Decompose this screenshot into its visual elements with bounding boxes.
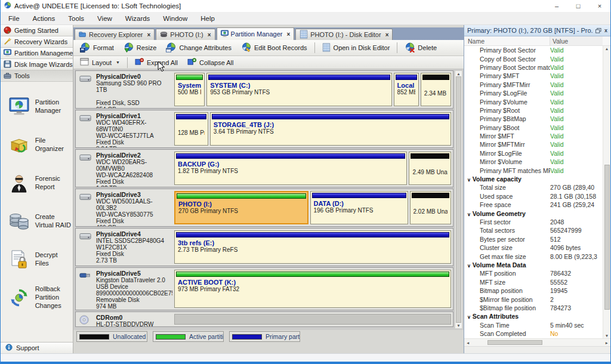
tab-photo-i-disk-editor[interactable]: PHOTO (I:) - Disk Editor× [295, 29, 393, 40]
menu-tools[interactable]: Tools [61, 12, 91, 24]
property-group-volume-capacity[interactable]: ∨Volume capacity [464, 175, 603, 183]
scroll-right-icon[interactable]: ► [605, 341, 609, 345]
properties-horizontal-scrollbar[interactable]: ◄ ► [464, 338, 610, 346]
partition-info: 2.34 MB Ur [421, 81, 450, 106]
blue-partition-bar [176, 153, 405, 159]
resize-button[interactable]: Resize [119, 41, 161, 55]
sidebar-item-support[interactable]: Support [1, 342, 73, 353]
partition-photo-i[interactable]: PHOTO (I:)270 GB Primary NTFS [174, 191, 308, 224]
partition-unallocated[interactable]: 128 MB Primar [174, 112, 208, 146]
partition-size-label: 128 MB Primar [178, 129, 205, 136]
partition-unallocated[interactable]: 2.34 MB Ur [421, 73, 451, 106]
scrollbar-thumb[interactable] [487, 340, 542, 345]
scroll-up-icon[interactable]: ▲ [605, 47, 609, 51]
partition-unallocated[interactable]: 2.49 MB Unallo [409, 152, 451, 185]
column-value[interactable]: Value [550, 36, 603, 45]
partition-system-c[interactable]: SYSTEM (C:)953 GB Primary NTFS [206, 73, 391, 106]
partition-3tb-refs-e[interactable]: 3tb refs (E:)2.73 TB Primary ReFS [174, 230, 451, 264]
category-label: Disk Image Wizards [14, 61, 73, 68]
property-row-primary-mftmirr: Primary $MFTMirrValid [464, 81, 603, 89]
drive-row-physicaldrive3[interactable]: PhysicalDrive3WDC WD5001AALS-00L3B2WD-WC… [75, 189, 453, 227]
sidebar-category-disk-image-wizards[interactable]: Disk Image Wizards [1, 59, 73, 70]
column-name[interactable]: Name [464, 36, 550, 45]
sidebar-item-create-virtual-raid[interactable]: Create Virtual RAID [1, 202, 73, 240]
drive-detail-line [96, 93, 170, 100]
drive-row-physicaldrive5[interactable]: PhysicalDrive5Kingston DataTraveler 2.0 … [75, 267, 453, 310]
expand-all-button[interactable]: Expand All [131, 57, 182, 68]
collapse-all-button[interactable]: Collapse All [183, 57, 237, 68]
black-partition-bar [422, 75, 449, 80]
properties-vertical-scrollbar[interactable]: ▲ ▼ [603, 46, 610, 338]
property-name: Primary Boot Sector matches a Copy [464, 64, 550, 71]
scroll-up-icon[interactable]: ▲ [456, 72, 460, 76]
maximize-button[interactable]: □ [567, 0, 589, 12]
float-panel-icon[interactable] [595, 28, 601, 33]
property-name: First sector [464, 218, 550, 226]
layout-button[interactable]: Layout ▼ [76, 57, 124, 68]
partition-backup-g[interactable]: BACKUP (G:)1.82 TB Primary NTFS [174, 152, 407, 185]
scroll-down-icon[interactable]: ▼ [456, 323, 460, 328]
partition-map: PHOTO (I:)270 GB Primary NTFSDATA (D:)19… [172, 189, 453, 226]
drive-row-cdrom0[interactable]: CDRom0HL-DT-STBDDVDRW CH12LS28 [75, 311, 453, 327]
property-value: 4096 bytes [550, 244, 603, 251]
partition-active-boot-k[interactable]: ACTIVE BOOT (K:)973 MB Primary FAT32 [174, 270, 451, 308]
partition-data-d[interactable]: DATA (D:)196 GB Primary NTFS [310, 191, 408, 224]
property-row-bitmap-file-position: $Bitmap file position784273 [464, 304, 603, 312]
edit-boot-records-button[interactable]: Edit Boot Records [237, 41, 311, 55]
button-label: Format [93, 44, 114, 51]
scroll-left-icon[interactable]: ◄ [466, 341, 470, 345]
property-group-volume-geometry[interactable]: ∨Volume Geometry [464, 209, 603, 217]
partition-storage-4tb-j[interactable]: STORAGE_4TB (J:)3.64 TB Primary NTFS [210, 112, 451, 146]
property-group-volume-meta-data[interactable]: ∨Volume Meta Data [464, 261, 603, 269]
menu-view[interactable]: View [91, 12, 119, 24]
delete-button[interactable]: Delete [400, 41, 441, 55]
scroll-down-icon[interactable]: ▼ [605, 334, 609, 338]
drive-row-physicaldrive1[interactable]: PhysicalDrive1WDC WD40EFRX-68WT0N0WD-WCC… [75, 110, 453, 148]
close-tab-icon[interactable]: × [286, 31, 290, 38]
sidebar-item-forensic-report[interactable]: Forensic Report [1, 164, 73, 202]
drive-row-physicaldrive4[interactable]: PhysicalDrive4INTEL SSDSC2BP480G4W1F2C81… [75, 228, 453, 266]
minimize-button[interactable]: – [546, 0, 567, 12]
sidebar-category-tools[interactable]: Tools [1, 70, 73, 82]
menu-file[interactable]: File [2, 12, 26, 24]
scrollbar-thumb[interactable] [456, 76, 461, 323]
menu-wizards[interactable]: Wizards [119, 12, 157, 24]
property-group-scan-attributes[interactable]: ∨Scan Attributes [464, 312, 603, 320]
drive-list-scrollbar[interactable]: ▲ ▼ [455, 70, 462, 329]
menu-help[interactable]: Help [194, 12, 221, 24]
blue-partition-bar [212, 114, 449, 119]
close-tab-icon[interactable]: × [385, 32, 389, 38]
sidebar-item-file-organizer[interactable]: File Organizer [1, 126, 73, 164]
sidebar-item-decrypt-files[interactable]: Decrypt Files [1, 240, 73, 279]
scrollbar-thumb[interactable] [604, 165, 610, 310]
drive-details: PhysicalDrive2WDC WD20EARS-00MVWB0WD-WCA… [96, 152, 170, 185]
close-tab-icon[interactable]: × [147, 32, 150, 38]
sidebar-category-partition-management[interactable]: Partition Management [1, 48, 73, 59]
sidebar-item-partition-manager[interactable]: Partition Manager [1, 88, 73, 126]
drive-list: PhysicalDrive0Samsung SSD 960 PRO 1TB Fi… [73, 69, 464, 330]
property-row-mft-size: MFT size55552 [464, 278, 603, 286]
partition-system-r[interactable]: System R500 MB Pri [174, 73, 205, 106]
close-tab-icon[interactable]: × [208, 32, 211, 38]
drive-detail-line: 954 GB [96, 106, 170, 108]
partition-local-disk[interactable]: Local Disk852 MB Pri [394, 73, 419, 106]
open-in-disk-editor-button[interactable]: Open in Disk Editor [318, 42, 394, 54]
sidebar-category-getting-started[interactable]: Getting Started [1, 25, 73, 36]
property-name: Scan Time [464, 322, 550, 329]
tab-photo-i[interactable]: PHOTO (I:)× [156, 29, 215, 40]
close-panel-icon[interactable]: x [604, 27, 607, 33]
menu-actions[interactable]: Actions [26, 12, 62, 24]
drive-row-physicaldrive2[interactable]: PhysicalDrive2WDC WD20EARS-00MVWB0WD-WCA… [75, 149, 453, 187]
close-button[interactable]: × [589, 0, 610, 12]
window-controls: – □ × [546, 0, 610, 12]
tab-partition-manager[interactable]: Partition Manager× [217, 27, 295, 40]
sidebar-item-rollback-partition-changes[interactable]: Rollback Partition Changes [1, 279, 73, 317]
menu-window[interactable]: Window [156, 12, 194, 24]
change-attributes-button[interactable]: Change Attributes [162, 41, 235, 55]
partition-unallocated[interactable]: 2.02 MB Unallo [410, 191, 452, 224]
format-button[interactable]: Format [76, 41, 118, 55]
drive-row-physicaldrive0[interactable]: PhysicalDrive0Samsung SSD 960 PRO 1TB Fi… [75, 70, 453, 109]
empty-media-area [174, 314, 451, 325]
sidebar-category-recovery-wizards[interactable]: Recovery Wizards [1, 36, 73, 48]
tab-recovery-explorer[interactable]: Recovery Explorer× [75, 29, 155, 40]
